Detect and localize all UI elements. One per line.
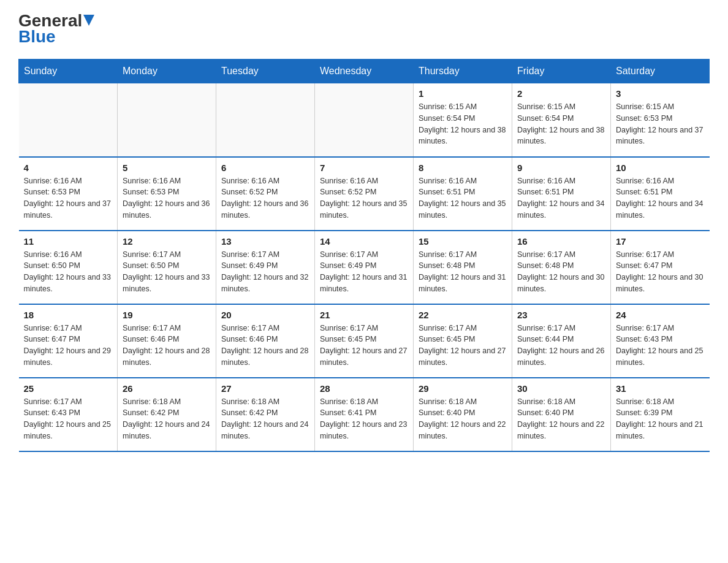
day-number: 11 — [24, 236, 113, 247]
day-info: Sunrise: 6:15 AMSunset: 6:53 PMDaylight:… — [616, 101, 705, 147]
day-number: 9 — [517, 163, 605, 173]
day-info: Sunrise: 6:16 AMSunset: 6:52 PMDaylight:… — [320, 175, 408, 221]
day-cell: 5Sunrise: 6:16 AMSunset: 6:53 PMDaylight… — [118, 157, 216, 231]
day-info: Sunrise: 6:18 AMSunset: 6:40 PMDaylight:… — [419, 396, 507, 442]
day-number: 14 — [320, 236, 408, 247]
day-info: Sunrise: 6:18 AMSunset: 6:41 PMDaylight:… — [320, 396, 408, 442]
day-info: Sunrise: 6:17 AMSunset: 6:47 PMDaylight:… — [24, 323, 113, 369]
day-cell: 25Sunrise: 6:17 AMSunset: 6:43 PMDayligh… — [19, 378, 118, 451]
header-cell-monday: Monday — [118, 59, 216, 83]
day-cell: 3Sunrise: 6:15 AMSunset: 6:53 PMDaylight… — [611, 83, 710, 157]
day-number: 23 — [517, 310, 605, 320]
header-cell-tuesday: Tuesday — [216, 59, 315, 83]
day-number: 28 — [320, 383, 408, 394]
day-cell: 15Sunrise: 6:17 AMSunset: 6:48 PMDayligh… — [414, 231, 512, 304]
header-cell-thursday: Thursday — [414, 59, 512, 83]
day-number: 20 — [221, 310, 309, 320]
day-info: Sunrise: 6:18 AMSunset: 6:39 PMDaylight:… — [616, 396, 705, 442]
header-cell-wednesday: Wednesday — [315, 59, 414, 83]
day-cell: 20Sunrise: 6:17 AMSunset: 6:46 PMDayligh… — [216, 304, 315, 378]
week-row-4: 18Sunrise: 6:17 AMSunset: 6:47 PMDayligh… — [19, 304, 710, 378]
day-number: 16 — [517, 236, 605, 247]
day-cell: 16Sunrise: 6:17 AMSunset: 6:48 PMDayligh… — [512, 231, 611, 304]
day-cell — [216, 83, 315, 157]
day-cell: 7Sunrise: 6:16 AMSunset: 6:52 PMDaylight… — [315, 157, 414, 231]
day-number: 21 — [320, 310, 408, 320]
day-info: Sunrise: 6:17 AMSunset: 6:49 PMDaylight:… — [320, 249, 408, 295]
day-cell — [118, 83, 216, 157]
header-cell-sunday: Sunday — [19, 59, 118, 83]
header-cell-saturday: Saturday — [611, 59, 710, 83]
day-number: 2 — [517, 88, 605, 99]
day-info: Sunrise: 6:16 AMSunset: 6:53 PMDaylight:… — [123, 175, 211, 221]
day-info: Sunrise: 6:15 AMSunset: 6:54 PMDaylight:… — [419, 101, 507, 147]
day-info: Sunrise: 6:17 AMSunset: 6:47 PMDaylight:… — [616, 249, 705, 295]
day-info: Sunrise: 6:17 AMSunset: 6:49 PMDaylight:… — [221, 249, 309, 295]
day-cell: 30Sunrise: 6:18 AMSunset: 6:40 PMDayligh… — [512, 378, 611, 451]
day-number: 26 — [123, 383, 211, 394]
day-number: 24 — [616, 310, 705, 320]
day-cell: 13Sunrise: 6:17 AMSunset: 6:49 PMDayligh… — [216, 231, 315, 304]
day-number: 18 — [24, 310, 113, 320]
week-row-1: 1Sunrise: 6:15 AMSunset: 6:54 PMDaylight… — [19, 83, 710, 157]
day-cell: 19Sunrise: 6:17 AMSunset: 6:46 PMDayligh… — [118, 304, 216, 378]
day-cell: 22Sunrise: 6:17 AMSunset: 6:45 PMDayligh… — [414, 304, 512, 378]
day-info: Sunrise: 6:16 AMSunset: 6:51 PMDaylight:… — [419, 175, 507, 221]
day-cell: 2Sunrise: 6:15 AMSunset: 6:54 PMDaylight… — [512, 83, 611, 157]
logo: General Blue — [18, 12, 94, 47]
day-info: Sunrise: 6:16 AMSunset: 6:52 PMDaylight:… — [221, 175, 309, 221]
logo-triangle-icon — [83, 15, 94, 26]
page-header: General Blue — [18, 12, 710, 47]
day-number: 15 — [419, 236, 507, 247]
day-info: Sunrise: 6:17 AMSunset: 6:43 PMDaylight:… — [616, 323, 705, 369]
day-cell: 18Sunrise: 6:17 AMSunset: 6:47 PMDayligh… — [19, 304, 118, 378]
day-number: 30 — [517, 383, 605, 394]
day-cell: 9Sunrise: 6:16 AMSunset: 6:51 PMDaylight… — [512, 157, 611, 231]
day-cell: 12Sunrise: 6:17 AMSunset: 6:50 PMDayligh… — [118, 231, 216, 304]
day-number: 22 — [419, 310, 507, 320]
day-cell: 21Sunrise: 6:17 AMSunset: 6:45 PMDayligh… — [315, 304, 414, 378]
day-number: 12 — [123, 236, 211, 247]
day-cell — [315, 83, 414, 157]
day-info: Sunrise: 6:16 AMSunset: 6:51 PMDaylight:… — [517, 175, 605, 221]
day-number: 19 — [123, 310, 211, 320]
day-info: Sunrise: 6:16 AMSunset: 6:51 PMDaylight:… — [616, 175, 705, 221]
day-cell: 14Sunrise: 6:17 AMSunset: 6:49 PMDayligh… — [315, 231, 414, 304]
day-info: Sunrise: 6:17 AMSunset: 6:50 PMDaylight:… — [123, 249, 211, 295]
day-cell: 29Sunrise: 6:18 AMSunset: 6:40 PMDayligh… — [414, 378, 512, 451]
day-info: Sunrise: 6:16 AMSunset: 6:53 PMDaylight:… — [24, 175, 113, 221]
day-cell: 17Sunrise: 6:17 AMSunset: 6:47 PMDayligh… — [611, 231, 710, 304]
day-cell: 23Sunrise: 6:17 AMSunset: 6:44 PMDayligh… — [512, 304, 611, 378]
day-number: 5 — [123, 163, 211, 173]
day-number: 1 — [419, 88, 507, 99]
day-cell: 6Sunrise: 6:16 AMSunset: 6:52 PMDaylight… — [216, 157, 315, 231]
svg-marker-0 — [83, 15, 94, 26]
day-info: Sunrise: 6:15 AMSunset: 6:54 PMDaylight:… — [517, 101, 605, 147]
header-cell-friday: Friday — [512, 59, 611, 83]
day-number: 13 — [221, 236, 309, 247]
day-info: Sunrise: 6:17 AMSunset: 6:45 PMDaylight:… — [419, 323, 507, 369]
day-number: 6 — [221, 163, 309, 173]
day-info: Sunrise: 6:18 AMSunset: 6:40 PMDaylight:… — [517, 396, 605, 442]
day-cell: 10Sunrise: 6:16 AMSunset: 6:51 PMDayligh… — [611, 157, 710, 231]
day-number: 4 — [24, 163, 113, 173]
header-row: SundayMondayTuesdayWednesdayThursdayFrid… — [19, 59, 710, 83]
day-info: Sunrise: 6:17 AMSunset: 6:48 PMDaylight:… — [419, 249, 507, 295]
day-info: Sunrise: 6:17 AMSunset: 6:43 PMDaylight:… — [24, 396, 113, 442]
logo-blue: Blue — [18, 27, 56, 47]
calendar-table: SundayMondayTuesdayWednesdayThursdayFrid… — [18, 59, 710, 452]
day-cell — [19, 83, 118, 157]
week-row-2: 4Sunrise: 6:16 AMSunset: 6:53 PMDaylight… — [19, 157, 710, 231]
day-info: Sunrise: 6:17 AMSunset: 6:45 PMDaylight:… — [320, 323, 408, 369]
day-cell: 11Sunrise: 6:16 AMSunset: 6:50 PMDayligh… — [19, 231, 118, 304]
day-cell: 1Sunrise: 6:15 AMSunset: 6:54 PMDaylight… — [414, 83, 512, 157]
day-number: 17 — [616, 236, 705, 247]
day-number: 29 — [419, 383, 507, 394]
day-number: 7 — [320, 163, 408, 173]
day-number: 3 — [616, 88, 705, 99]
day-info: Sunrise: 6:16 AMSunset: 6:50 PMDaylight:… — [24, 249, 113, 295]
day-cell: 27Sunrise: 6:18 AMSunset: 6:42 PMDayligh… — [216, 378, 315, 451]
day-info: Sunrise: 6:18 AMSunset: 6:42 PMDaylight:… — [123, 396, 211, 442]
day-info: Sunrise: 6:18 AMSunset: 6:42 PMDaylight:… — [221, 396, 309, 442]
calendar-header: SundayMondayTuesdayWednesdayThursdayFrid… — [19, 59, 710, 83]
